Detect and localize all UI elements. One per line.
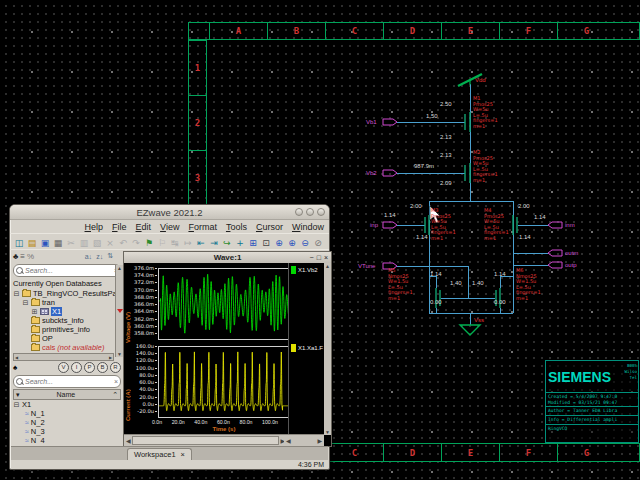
scroll-up-arrow[interactable]: ▲	[117, 265, 122, 271]
port-label-vtune[interactable]: VTune	[358, 263, 375, 269]
header-expand-icon[interactable]: ⌃	[112, 391, 118, 399]
undo[interactable]: ↶	[117, 236, 129, 248]
redo[interactable]: ↷	[130, 236, 142, 248]
db-tree-item[interactable]: ⊞ X1	[11, 307, 115, 316]
signal-filter-button[interactable]: V	[58, 362, 69, 373]
delete[interactable]: ×	[104, 236, 116, 248]
db-tree-item[interactable]: ⊟ TB_RingVCO_ResultsPa	[11, 289, 115, 298]
zoom-in[interactable]: ⊕	[273, 236, 285, 248]
legend-item-current[interactable]: X1.Xa1.F	[291, 344, 324, 352]
save[interactable]: ▣	[39, 236, 51, 248]
zoom-area[interactable]: ⊕	[286, 236, 298, 248]
signal-filter-button[interactable]: P	[84, 362, 95, 373]
signal-filter-button[interactable]: R	[110, 362, 121, 373]
signal-search-input[interactable]	[25, 378, 112, 385]
scroll-left-arrow[interactable]: ◀	[286, 437, 291, 444]
ezwave-window[interactable]: EZwave 2021.2 Help FileEditViewFormatToo…	[9, 204, 330, 470]
db-tree-item[interactable]: subckts_info	[11, 316, 115, 325]
expander-icon[interactable]: ⊟	[13, 290, 20, 298]
go-first[interactable]: ⇤	[195, 236, 207, 248]
menu-item[interactable]: Window	[292, 222, 324, 232]
signal-filter-button[interactable]: B	[97, 362, 108, 373]
menu-item[interactable]: Cursor	[256, 222, 283, 232]
add-waveform[interactable]: ⚑	[143, 236, 155, 248]
copy[interactable]: ▥	[78, 236, 90, 248]
wave-window-control[interactable]: ×	[324, 254, 328, 261]
name-column-header[interactable]: Name	[20, 391, 113, 398]
port-label-vb2[interactable]: Vb2	[366, 170, 377, 176]
db-tree-item[interactable]: cals (not available)	[11, 343, 115, 352]
port-label-outm[interactable]: outm	[565, 250, 578, 256]
db-tree-item[interactable]: primitives_info	[11, 325, 115, 334]
window-title-bar[interactable]: EZwave 2021.2	[10, 205, 329, 220]
sort-az-icon[interactable]: a↓	[85, 253, 92, 260]
port-symbols[interactable]	[383, 119, 562, 269]
cursor-box[interactable]: ⊡	[260, 236, 272, 248]
new-window[interactable]: ◫	[13, 236, 25, 248]
db-tree-item[interactable]: ⊟ tran	[11, 298, 115, 307]
signal-item[interactable]: ≈ N_4	[11, 436, 123, 444]
menu-item[interactable]: Format	[188, 222, 217, 232]
wave-window-control[interactable]: □	[317, 254, 321, 261]
measure-b[interactable]: ↦	[182, 236, 194, 248]
open[interactable]: ▤	[26, 236, 38, 248]
add-waveform-alt[interactable]: ⚐	[156, 236, 168, 248]
menu-item[interactable]: View	[160, 222, 179, 232]
legend-item-voltage[interactable]: X1.Vb2	[291, 266, 324, 274]
signal-item[interactable]: ≈ N_2	[11, 418, 123, 427]
workspace-tab-close-icon[interactable]: ×	[181, 450, 185, 459]
signal-item[interactable]: ≈ N_1	[11, 409, 123, 418]
plot-hscrollbar[interactable]: ◀ ▶	[124, 434, 287, 446]
menu-item[interactable]: File	[112, 222, 127, 232]
expander-icon[interactable]: ⊟	[13, 401, 20, 409]
legend-vscrollbar[interactable]: ▲ ▼	[324, 263, 331, 435]
db-tree-icon[interactable]: ♣	[13, 252, 18, 262]
current-plot[interactable]	[158, 346, 292, 418]
expander-icon[interactable]: ⊞	[31, 308, 38, 316]
scroll-down-arrow[interactable]: ▼	[325, 429, 330, 435]
port-label-inm[interactable]: inm	[565, 222, 575, 228]
sort-za-icon[interactable]: z↓	[96, 253, 103, 260]
zoom-fit[interactable]: ⊘	[312, 236, 324, 248]
cut[interactable]: ✂	[65, 236, 77, 248]
grid[interactable]: ⊞	[247, 236, 259, 248]
sort-toggle-icon[interactable]: ⇅	[107, 252, 113, 260]
db-tree-item[interactable]: OP	[11, 334, 115, 343]
voltage-plot[interactable]	[158, 268, 292, 340]
legend-hscrollbar[interactable]: ◀ ▶	[284, 434, 324, 446]
scroll-left-arrow[interactable]: ◀	[126, 437, 131, 444]
scroll-down-arrow[interactable]: ▼	[117, 351, 122, 357]
minimize-button[interactable]	[295, 208, 303, 216]
scroll-left-arrow[interactable]: ◀	[15, 355, 18, 360]
scroll-up-arrow[interactable]: ▲	[325, 263, 330, 269]
menu-item[interactable]: Tools	[226, 222, 247, 232]
signal-item[interactable]: ≈ N_3	[11, 427, 123, 436]
gnd-symbol[interactable]	[460, 325, 480, 335]
signal-search[interactable]: ×	[13, 375, 121, 388]
signal-list-header[interactable]: ▾ Name ⌃	[13, 389, 121, 400]
signals-icon[interactable]: ♠	[13, 363, 17, 373]
database-search-input[interactable]	[25, 267, 112, 274]
port-label-vb1[interactable]: Vb1	[366, 119, 377, 125]
export[interactable]: ↪	[221, 236, 233, 248]
db-tree-hscrollbar[interactable]: ◀ ▶	[13, 353, 114, 361]
link-icon[interactable]: %	[27, 252, 34, 262]
paste[interactable]: ▧	[91, 236, 103, 248]
menu-item-help[interactable]: Help	[85, 222, 104, 232]
scroll-right-arrow[interactable]: ▶	[317, 437, 322, 444]
measure-a[interactable]: ↹	[169, 236, 181, 248]
workspace-tab[interactable]: Workspace1 ×	[127, 448, 192, 460]
zoom-out[interactable]: ⊖	[299, 236, 311, 248]
clear-search-icon[interactable]: ×	[114, 378, 118, 385]
maximize-button[interactable]	[306, 208, 314, 216]
wave1-window[interactable]: Wave:1 −□× Voltage (V) 376.0m374.0m372.0…	[123, 251, 332, 447]
print[interactable]: ▦	[52, 236, 64, 248]
database-search[interactable]: ×	[13, 264, 121, 277]
menu-item[interactable]: Edit	[136, 222, 152, 232]
list-view-icon[interactable]: ≡	[20, 252, 25, 262]
signal-filter-button[interactable]: I	[71, 362, 82, 373]
expander-icon[interactable]: ⊟	[22, 299, 29, 307]
scroll-right-arrow[interactable]: ▶	[109, 355, 112, 360]
signal-root-row[interactable]: ⊟ X1	[11, 400, 123, 409]
close-button[interactable]	[317, 208, 325, 216]
